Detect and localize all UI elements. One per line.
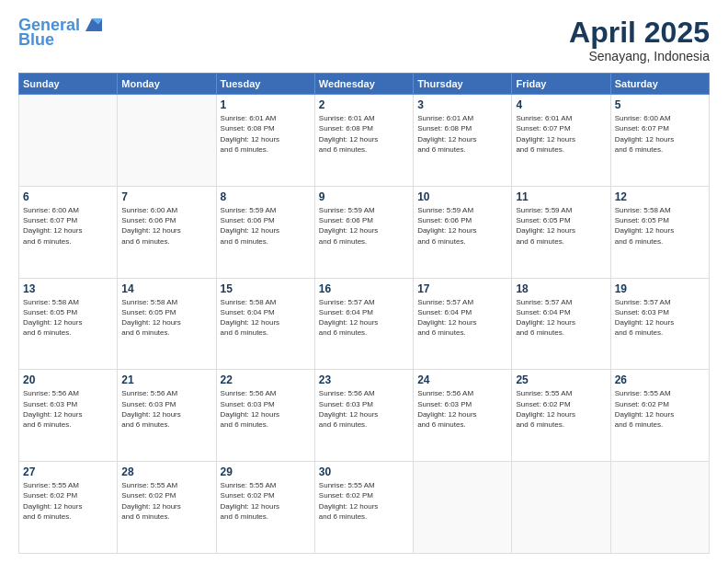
calendar-cell: 21Sunrise: 5:56 AM Sunset: 6:03 PM Dayli… [118, 370, 216, 462]
calendar-cell: 1Sunrise: 6:01 AM Sunset: 6:08 PM Daylig… [216, 95, 314, 187]
subtitle: Senayang, Indonesia [569, 49, 710, 63]
day-number: 29 [221, 465, 311, 478]
calendar-cell [19, 95, 118, 187]
day-info: Sunrise: 5:57 AM Sunset: 6:03 PM Dayligh… [615, 297, 705, 339]
day-info: Sunrise: 5:58 AM Sunset: 6:04 PM Dayligh… [221, 297, 311, 339]
day-info: Sunrise: 5:56 AM Sunset: 6:03 PM Dayligh… [23, 388, 113, 430]
logo-icon [82, 15, 102, 35]
day-number: 16 [319, 282, 409, 295]
day-info: Sunrise: 5:59 AM Sunset: 6:06 PM Dayligh… [221, 205, 311, 247]
page: General Blue April 2025 Senayang, Indone… [0, 0, 728, 563]
day-number: 1 [221, 98, 311, 111]
day-info: Sunrise: 5:56 AM Sunset: 6:03 PM Dayligh… [121, 388, 211, 430]
main-title: April 2025 [569, 17, 710, 49]
calendar-cell: 9Sunrise: 5:59 AM Sunset: 6:06 PM Daylig… [314, 186, 413, 278]
calendar-cell: 25Sunrise: 5:55 AM Sunset: 6:02 PM Dayli… [512, 370, 610, 462]
calendar-cell: 12Sunrise: 5:58 AM Sunset: 6:05 PM Dayli… [610, 186, 709, 278]
day-info: Sunrise: 5:58 AM Sunset: 6:05 PM Dayligh… [23, 297, 113, 339]
day-info: Sunrise: 6:01 AM Sunset: 6:08 PM Dayligh… [221, 113, 311, 155]
calendar-header: SundayMondayTuesdayWednesdayThursdayFrid… [19, 74, 710, 95]
calendar-cell [512, 462, 610, 554]
calendar-cell: 23Sunrise: 5:56 AM Sunset: 6:03 PM Dayli… [314, 370, 413, 462]
day-number: 4 [516, 98, 606, 111]
calendar-cell: 14Sunrise: 5:58 AM Sunset: 6:05 PM Dayli… [118, 278, 216, 370]
calendar-cell [610, 462, 709, 554]
day-number: 23 [319, 373, 409, 386]
day-number: 25 [516, 373, 606, 386]
day-info: Sunrise: 5:55 AM Sunset: 6:02 PM Dayligh… [319, 480, 409, 522]
day-number: 24 [417, 373, 507, 386]
day-info: Sunrise: 6:00 AM Sunset: 6:07 PM Dayligh… [23, 205, 113, 247]
day-number: 8 [221, 190, 311, 203]
day-header-saturday: Saturday [610, 74, 709, 95]
day-number: 7 [121, 190, 211, 203]
day-info: Sunrise: 6:01 AM Sunset: 6:07 PM Dayligh… [516, 113, 606, 155]
calendar-cell: 3Sunrise: 6:01 AM Sunset: 6:08 PM Daylig… [414, 95, 512, 187]
day-info: Sunrise: 6:00 AM Sunset: 6:06 PM Dayligh… [121, 205, 211, 247]
calendar-cell: 19Sunrise: 5:57 AM Sunset: 6:03 PM Dayli… [610, 278, 709, 370]
calendar-body: 1Sunrise: 6:01 AM Sunset: 6:08 PM Daylig… [19, 95, 710, 554]
day-number: 9 [319, 190, 409, 203]
day-info: Sunrise: 5:55 AM Sunset: 6:02 PM Dayligh… [121, 480, 211, 522]
calendar-cell: 18Sunrise: 5:57 AM Sunset: 6:04 PM Dayli… [512, 278, 610, 370]
day-info: Sunrise: 5:59 AM Sunset: 6:06 PM Dayligh… [319, 205, 409, 247]
calendar-week-3: 13Sunrise: 5:58 AM Sunset: 6:05 PM Dayli… [19, 278, 710, 370]
day-info: Sunrise: 6:01 AM Sunset: 6:08 PM Dayligh… [319, 113, 409, 155]
calendar-cell: 27Sunrise: 5:55 AM Sunset: 6:02 PM Dayli… [19, 462, 118, 554]
calendar-cell: 30Sunrise: 5:55 AM Sunset: 6:02 PM Dayli… [314, 462, 413, 554]
day-number: 18 [516, 282, 606, 295]
day-number: 15 [221, 282, 311, 295]
calendar-cell: 8Sunrise: 5:59 AM Sunset: 6:06 PM Daylig… [216, 186, 314, 278]
day-header-sunday: Sunday [19, 74, 118, 95]
calendar-cell: 2Sunrise: 6:01 AM Sunset: 6:08 PM Daylig… [314, 95, 413, 187]
calendar-cell: 11Sunrise: 5:59 AM Sunset: 6:05 PM Dayli… [512, 186, 610, 278]
day-number: 20 [23, 373, 113, 386]
calendar-cell: 28Sunrise: 5:55 AM Sunset: 6:02 PM Dayli… [118, 462, 216, 554]
day-number: 19 [615, 282, 705, 295]
day-info: Sunrise: 5:59 AM Sunset: 6:06 PM Dayligh… [417, 205, 507, 247]
day-info: Sunrise: 5:58 AM Sunset: 6:05 PM Dayligh… [121, 297, 211, 339]
header: General Blue April 2025 Senayang, Indone… [18, 17, 710, 63]
calendar-cell: 5Sunrise: 6:00 AM Sunset: 6:07 PM Daylig… [610, 95, 709, 187]
day-info: Sunrise: 5:57 AM Sunset: 6:04 PM Dayligh… [319, 297, 409, 339]
day-number: 30 [319, 465, 409, 478]
calendar-cell: 16Sunrise: 5:57 AM Sunset: 6:04 PM Dayli… [314, 278, 413, 370]
day-header-wednesday: Wednesday [314, 74, 413, 95]
day-info: Sunrise: 5:59 AM Sunset: 6:05 PM Dayligh… [516, 205, 606, 247]
calendar-cell: 4Sunrise: 6:01 AM Sunset: 6:07 PM Daylig… [512, 95, 610, 187]
calendar-cell: 24Sunrise: 5:56 AM Sunset: 6:03 PM Dayli… [414, 370, 512, 462]
day-info: Sunrise: 5:57 AM Sunset: 6:04 PM Dayligh… [516, 297, 606, 339]
day-info: Sunrise: 5:56 AM Sunset: 6:03 PM Dayligh… [319, 388, 409, 430]
day-number: 12 [615, 190, 705, 203]
calendar-cell: 26Sunrise: 5:55 AM Sunset: 6:02 PM Dayli… [610, 370, 709, 462]
day-number: 13 [23, 282, 113, 295]
calendar-cell: 22Sunrise: 5:56 AM Sunset: 6:03 PM Dayli… [216, 370, 314, 462]
day-header-row: SundayMondayTuesdayWednesdayThursdayFrid… [19, 74, 710, 95]
day-number: 22 [221, 373, 311, 386]
day-number: 5 [615, 98, 705, 111]
day-info: Sunrise: 5:55 AM Sunset: 6:02 PM Dayligh… [516, 388, 606, 430]
calendar-cell: 15Sunrise: 5:58 AM Sunset: 6:04 PM Dayli… [216, 278, 314, 370]
day-header-friday: Friday [512, 74, 610, 95]
calendar-cell: 6Sunrise: 6:00 AM Sunset: 6:07 PM Daylig… [19, 186, 118, 278]
day-info: Sunrise: 5:55 AM Sunset: 6:02 PM Dayligh… [23, 480, 113, 522]
day-header-thursday: Thursday [414, 74, 512, 95]
day-number: 27 [23, 465, 113, 478]
day-number: 6 [23, 190, 113, 203]
day-number: 2 [319, 98, 409, 111]
logo-text-blue: Blue [18, 31, 54, 50]
day-number: 26 [615, 373, 705, 386]
day-info: Sunrise: 5:58 AM Sunset: 6:05 PM Dayligh… [615, 205, 705, 247]
calendar-cell: 7Sunrise: 6:00 AM Sunset: 6:06 PM Daylig… [118, 186, 216, 278]
day-info: Sunrise: 5:55 AM Sunset: 6:02 PM Dayligh… [221, 480, 311, 522]
calendar-week-5: 27Sunrise: 5:55 AM Sunset: 6:02 PM Dayli… [19, 462, 710, 554]
calendar-cell: 29Sunrise: 5:55 AM Sunset: 6:02 PM Dayli… [216, 462, 314, 554]
calendar-cell: 13Sunrise: 5:58 AM Sunset: 6:05 PM Dayli… [19, 278, 118, 370]
day-info: Sunrise: 6:00 AM Sunset: 6:07 PM Dayligh… [615, 113, 705, 155]
day-info: Sunrise: 5:56 AM Sunset: 6:03 PM Dayligh… [221, 388, 311, 430]
day-info: Sunrise: 5:55 AM Sunset: 6:02 PM Dayligh… [615, 388, 705, 430]
day-number: 11 [516, 190, 606, 203]
day-number: 3 [417, 98, 507, 111]
calendar-week-2: 6Sunrise: 6:00 AM Sunset: 6:07 PM Daylig… [19, 186, 710, 278]
day-info: Sunrise: 5:57 AM Sunset: 6:04 PM Dayligh… [417, 297, 507, 339]
